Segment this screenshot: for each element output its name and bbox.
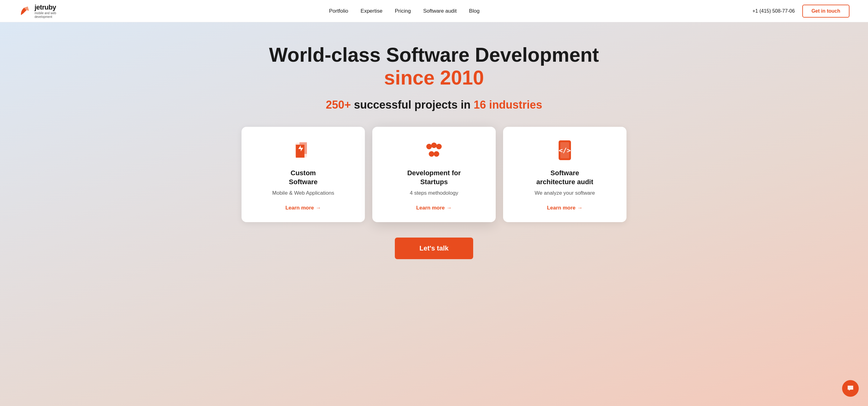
nav-right: +1 (415) 508-77-06 Get in touch: [752, 5, 849, 18]
svg-point-3: [436, 144, 442, 149]
chat-icon: [846, 384, 855, 393]
svg-point-4: [429, 151, 434, 157]
nav-link-blog[interactable]: Blog: [469, 8, 479, 14]
navbar: jetruby mobile and webdevelopment Portfo…: [0, 0, 868, 22]
card-audit-learn-more[interactable]: Learn more →: [547, 205, 583, 211]
nav-item-expertise[interactable]: Expertise: [361, 8, 382, 14]
hero-title-part1: World-class Software Development: [269, 44, 599, 66]
chat-bubble[interactable]: [842, 380, 859, 397]
cards-row: CustomSoftware Mobile & Web Applications…: [234, 127, 634, 222]
logo-sub: mobile and webdevelopment: [35, 11, 56, 19]
hero-stat-number: 250+: [326, 98, 351, 111]
card-startups-learn-more[interactable]: Learn more →: [416, 205, 452, 211]
custom-software-icon: [292, 139, 314, 161]
nav-link-pricing[interactable]: Pricing: [395, 8, 411, 14]
get-in-touch-button[interactable]: Get in touch: [802, 5, 849, 18]
nav-link-portfolio[interactable]: Portfolio: [329, 8, 348, 14]
card-startups-desc: 4 steps methodology: [410, 190, 458, 196]
nav-item-blog[interactable]: Blog: [469, 8, 479, 14]
nav-link-audit[interactable]: Software audit: [423, 8, 457, 14]
card-custom-software-desc: Mobile & Web Applications: [272, 190, 334, 196]
card-custom-software-learn-more[interactable]: Learn more →: [285, 205, 321, 211]
phone-link[interactable]: +1 (415) 508-77-06: [752, 8, 795, 14]
arrow-icon: →: [447, 205, 452, 211]
audit-icon: </>: [554, 139, 576, 161]
logo-name: jetruby: [35, 3, 56, 11]
nav-item-portfolio[interactable]: Portfolio: [329, 8, 348, 14]
nav-link-expertise[interactable]: Expertise: [361, 8, 382, 14]
hero-subtitle-middle: successful projects in: [351, 98, 473, 111]
card-startups-title: Development forStartups: [407, 169, 461, 186]
nav-links: Portfolio Expertise Pricing Software aud…: [329, 8, 479, 14]
lets-talk-button[interactable]: Let's talk: [395, 238, 473, 259]
card-audit-title: Softwarearchitecture audit: [536, 169, 593, 186]
card-startups: Development forStartups 4 steps methodol…: [372, 127, 496, 222]
startups-icon: [423, 139, 445, 161]
card-audit-desc: We analyze your software: [534, 190, 595, 196]
nav-item-audit[interactable]: Software audit: [423, 8, 457, 14]
card-custom-software-title: CustomSoftware: [289, 169, 318, 186]
hero-title: World-class Software Development since 2…: [249, 44, 619, 89]
logo-text: jetruby mobile and webdevelopment: [35, 3, 56, 19]
arrow-icon: →: [578, 205, 583, 211]
hero-section: World-class Software Development since 2…: [0, 22, 868, 406]
svg-text:</>: </>: [559, 147, 571, 154]
hero-subtitle: 250+ successful projects in 16 industrie…: [326, 98, 542, 112]
hero-industries: 16 industries: [474, 98, 542, 111]
card-custom-software: CustomSoftware Mobile & Web Applications…: [242, 127, 365, 222]
svg-point-1: [426, 144, 432, 149]
logo[interactable]: jetruby mobile and webdevelopment: [19, 3, 56, 19]
hero-title-accent: since 2010: [384, 67, 484, 89]
arrow-icon: →: [316, 205, 321, 211]
nav-item-pricing[interactable]: Pricing: [395, 8, 411, 14]
logo-icon: [19, 5, 31, 18]
svg-point-2: [431, 143, 437, 148]
svg-point-5: [434, 151, 439, 157]
card-audit: </> Softwarearchitecture audit We analyz…: [503, 127, 626, 222]
